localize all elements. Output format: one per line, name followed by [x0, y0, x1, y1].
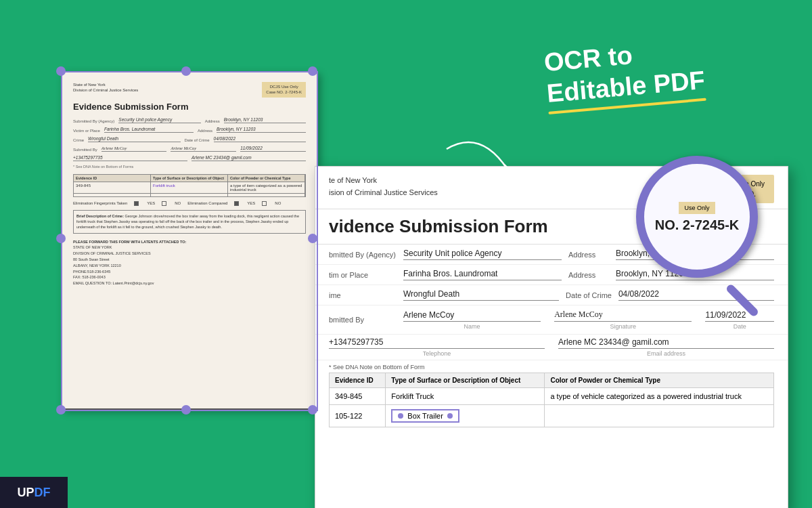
doc-dcjs-box: DCJS Use Only Case NO. 2-7245-K — [262, 82, 306, 98]
scanned-doc-title: Evidence Submission Form — [73, 102, 306, 112]
state-info: te of New York ision of Criminal Justice… — [329, 175, 438, 198]
evidence-surface-1: Forklift Truck — [386, 388, 545, 405]
svg-marker-0 — [505, 164, 513, 175]
box-trailer-selection[interactable]: Box Trailer — [391, 409, 459, 423]
evidence-color-2 — [545, 405, 774, 427]
victim-row: Victim or Place Farinha Bros. Laundromat… — [73, 127, 306, 133]
crime-row: Crime Wrongful Death Date of Crime 04/08… — [73, 136, 306, 142]
brief-description: Brief Description of Crime: George Johns… — [73, 210, 306, 234]
contact-field-row: +13475297735 Telephone Arlene MC 23434@ … — [315, 335, 788, 360]
submitter-row: Submitted By Arlene McCoy Arlene McCoy 1… — [73, 146, 306, 152]
ocr-line1: OCR to — [543, 41, 633, 77]
magnifier-dcjs: Use Only — [679, 202, 715, 214]
col-evidence-id: Evidence ID — [330, 373, 386, 388]
checkbox-section: Elimination Fingerprints Taken YES NO El… — [73, 201, 306, 206]
evidence-surface-2[interactable]: Box Trailer — [386, 405, 545, 427]
evidence-table-scanned: Evidence ID Type of Surface or Descripti… — [73, 174, 306, 197]
evidence-id-1: 349-845 — [330, 388, 386, 405]
contact-row: +13475297735 Arlene MC 23434@ gamil.com — [73, 155, 306, 161]
handle-bottom-left[interactable] — [56, 405, 66, 415]
box-trailer-handle-left[interactable] — [398, 413, 403, 419]
table-row-scanned-2 — [74, 193, 305, 196]
evidence-color-1: a type of vehicle categorized as a power… — [545, 388, 774, 405]
box-trailer-handle-right[interactable] — [447, 413, 453, 419]
dna-note-scanned: * See DNA Note on Bottom of Forms — [73, 165, 306, 169]
evidence-id-2: 105-122 — [330, 405, 386, 427]
col-surface: Type of Surface or Description of Object — [386, 373, 545, 388]
email-item: Arlene MC 23434@ gamil.com Email address — [558, 337, 774, 357]
submitter-field-row: bmitted By Arlene McCoy Name Arlene McCo… — [315, 305, 788, 335]
updf-logo-text: UPDF — [17, 486, 50, 500]
evidence-table-editable: Evidence ID Type of Surface or Descripti… — [329, 373, 774, 427]
magnifier-case-no: NO. 2-7245-K — [655, 217, 740, 233]
handle-middle-left[interactable] — [56, 234, 66, 243]
table-header-scanned: Evidence ID Type of Surface or Descripti… — [74, 175, 305, 182]
evidence-table-header-row: Evidence ID Type of Surface or Descripti… — [330, 373, 774, 388]
magnifier-circle: Use Only NO. 2-7245-K — [636, 156, 758, 278]
handle-bottom-middle[interactable] — [181, 405, 191, 415]
table-row-scanned: 349-845 Forklift truck a type of item ca… — [74, 182, 305, 193]
arrow-icon — [440, 135, 521, 192]
box-trailer-text: Box Trailer — [407, 412, 443, 420]
ocr-title: OCR to Editable PDF — [543, 34, 706, 114]
evidence-row-2: 105-122 Box Trailer — [330, 405, 774, 427]
handle-top-left[interactable] — [56, 66, 66, 76]
handle-top-middle[interactable] — [181, 66, 191, 76]
doc-state-info: State of New York Division of Criminal J… — [73, 82, 138, 98]
telephone-item: +13475297735 Telephone — [329, 337, 545, 357]
forward-section: PLEASE FORWARD THIS FORM WITH LATENTS AT… — [73, 239, 306, 287]
handle-bottom-right[interactable] — [308, 405, 317, 415]
evidence-row-1: 349-845 Forklift Truck a type of vehicle… — [330, 388, 774, 405]
handle-middle-right[interactable] — [308, 234, 317, 243]
updf-logo[interactable]: UPDF — [0, 477, 68, 508]
magnifier-content: Use Only NO. 2-7245-K — [648, 194, 746, 240]
col-color: Color of Powder or Chemical Type — [545, 373, 774, 388]
doc-header: State of New York Division of Criminal J… — [73, 82, 306, 98]
handle-top-right[interactable] — [308, 66, 317, 76]
scanned-document: State of New York Division of Criminal J… — [61, 71, 318, 410]
magnifier: Use Only NO. 2-7245-K — [636, 156, 771, 291]
dna-note-editable: * See DNA Note on Bottom of Form — [315, 360, 788, 373]
agency-row: Submitted By (Agency) Security Unit poli… — [73, 117, 306, 123]
